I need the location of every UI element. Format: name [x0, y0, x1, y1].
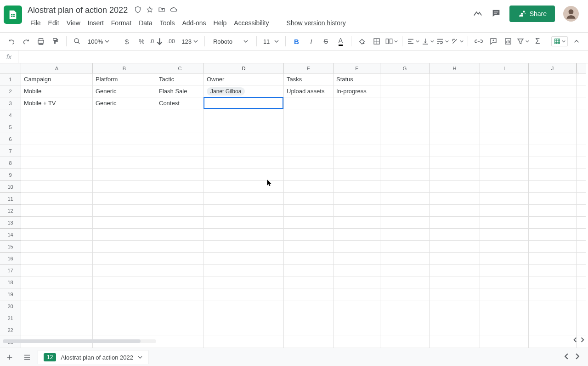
cell-D10[interactable]	[204, 181, 284, 193]
cell-B18[interactable]	[93, 276, 156, 288]
functions-button[interactable]: Σ	[531, 35, 544, 48]
cell-H1[interactable]	[430, 73, 480, 85]
cell-G23[interactable]	[380, 336, 430, 348]
cell-J5[interactable]	[529, 121, 577, 133]
cell-G10[interactable]	[380, 181, 430, 193]
menu-file[interactable]: File	[27, 17, 45, 28]
cell-G3[interactable]	[380, 97, 430, 109]
cell-I1[interactable]	[480, 73, 529, 85]
cell-I16[interactable]	[480, 253, 529, 265]
cell-B16[interactable]	[93, 253, 156, 265]
cell-J6[interactable]	[529, 133, 577, 145]
cell-D11[interactable]	[204, 193, 284, 205]
cell-A3[interactable]: Mobile + TV	[21, 97, 93, 109]
cell-J13[interactable]	[529, 217, 577, 229]
cell-J16[interactable]	[529, 253, 577, 265]
cell-D9[interactable]	[204, 169, 284, 181]
cell-E2[interactable]: Upload assets	[284, 85, 334, 97]
cell-J22[interactable]	[529, 324, 577, 336]
cell-F23[interactable]	[334, 336, 380, 348]
row-header-2[interactable]: 2	[0, 85, 21, 97]
cell-F13[interactable]	[334, 217, 380, 229]
row-header-8[interactable]: 8	[0, 157, 21, 169]
cell-I9[interactable]	[480, 169, 529, 181]
menu-tools[interactable]: Tools	[156, 17, 179, 28]
row-header-5[interactable]: 5	[0, 121, 21, 133]
cell-F2[interactable]: In-progress	[334, 85, 380, 97]
document-title[interactable]: Alostrat plan of action 2022	[26, 5, 130, 16]
cell-I5[interactable]	[480, 121, 529, 133]
cell-E12[interactable]	[284, 205, 334, 217]
redo-button[interactable]	[19, 35, 33, 48]
cell-H2[interactable]	[430, 85, 480, 97]
cell-G12[interactable]	[380, 205, 430, 217]
cell-D3[interactable]	[204, 97, 284, 109]
cell-I19[interactable]	[480, 288, 529, 300]
horizontal-scrollbar[interactable]	[0, 338, 156, 344]
cell-C14[interactable]	[156, 229, 204, 241]
cell-C20[interactable]	[156, 300, 204, 312]
cell-D5[interactable]	[204, 121, 284, 133]
cell-D15[interactable]	[204, 241, 284, 253]
menu-format[interactable]: Format	[107, 17, 135, 28]
menu-data[interactable]: Data	[135, 17, 156, 28]
cell-H9[interactable]	[430, 169, 480, 181]
col-header-E[interactable]: E	[284, 63, 334, 73]
cell-E16[interactable]	[284, 253, 334, 265]
insert-link-button[interactable]	[472, 35, 486, 48]
cell-D2[interactable]: Janet Gilboa	[204, 85, 284, 97]
cell-C9[interactable]	[156, 169, 204, 181]
insert-comment-button[interactable]	[486, 35, 500, 48]
insert-chart-button[interactable]	[501, 35, 515, 48]
cell-E10[interactable]	[284, 181, 334, 193]
cell-I2[interactable]	[480, 85, 529, 97]
cell-J12[interactable]	[529, 205, 577, 217]
cell-C8[interactable]	[156, 157, 204, 169]
col-header-I[interactable]: I	[480, 63, 529, 73]
cell-B8[interactable]	[93, 157, 156, 169]
activity-icon[interactable]	[473, 8, 483, 20]
scroll-left-icon[interactable]	[572, 337, 578, 344]
cell-H23[interactable]	[430, 336, 480, 348]
move-icon[interactable]	[158, 6, 165, 15]
row-header-11[interactable]: 11	[0, 193, 21, 205]
cell-F18[interactable]	[334, 276, 380, 288]
row-header-10[interactable]: 10	[0, 181, 21, 193]
cell-C19[interactable]	[156, 288, 204, 300]
menu-addons[interactable]: Add-ons	[178, 17, 209, 28]
cell-C18[interactable]	[156, 276, 204, 288]
cell-A16[interactable]	[21, 253, 93, 265]
cell-E13[interactable]	[284, 217, 334, 229]
cell-B13[interactable]	[93, 217, 156, 229]
cell-F6[interactable]	[334, 133, 380, 145]
cell-F7[interactable]	[334, 145, 380, 157]
col-header-J[interactable]: J	[529, 63, 577, 73]
cell-E18[interactable]	[284, 276, 334, 288]
cell-F1[interactable]: Status	[334, 73, 380, 85]
cell-A17[interactable]	[21, 265, 93, 276]
cell-H22[interactable]	[430, 324, 480, 336]
cell-H12[interactable]	[430, 205, 480, 217]
cell-H21[interactable]	[430, 312, 480, 324]
cell-G19[interactable]	[380, 288, 430, 300]
cell-C23[interactable]	[156, 336, 204, 348]
row-header-6[interactable]: 6	[0, 133, 21, 145]
cell-J2[interactable]	[529, 85, 577, 97]
cell-C4[interactable]	[156, 109, 204, 121]
cell-D19[interactable]	[204, 288, 284, 300]
cell-D21[interactable]	[204, 312, 284, 324]
increase-decimal-button[interactable]: .00	[164, 35, 178, 48]
cell-F17[interactable]	[334, 265, 380, 276]
cell-G22[interactable]	[380, 324, 430, 336]
cell-G6[interactable]	[380, 133, 430, 145]
cell-I18[interactable]	[480, 276, 529, 288]
cell-F4[interactable]	[334, 109, 380, 121]
cell-B11[interactable]	[93, 193, 156, 205]
cell-H6[interactable]	[430, 133, 480, 145]
cell-A10[interactable]	[21, 181, 93, 193]
cell-A19[interactable]	[21, 288, 93, 300]
cell-B19[interactable]	[93, 288, 156, 300]
row-header-7[interactable]: 7	[0, 145, 21, 157]
col-header-A[interactable]: A	[21, 63, 93, 73]
cell-E15[interactable]	[284, 241, 334, 253]
